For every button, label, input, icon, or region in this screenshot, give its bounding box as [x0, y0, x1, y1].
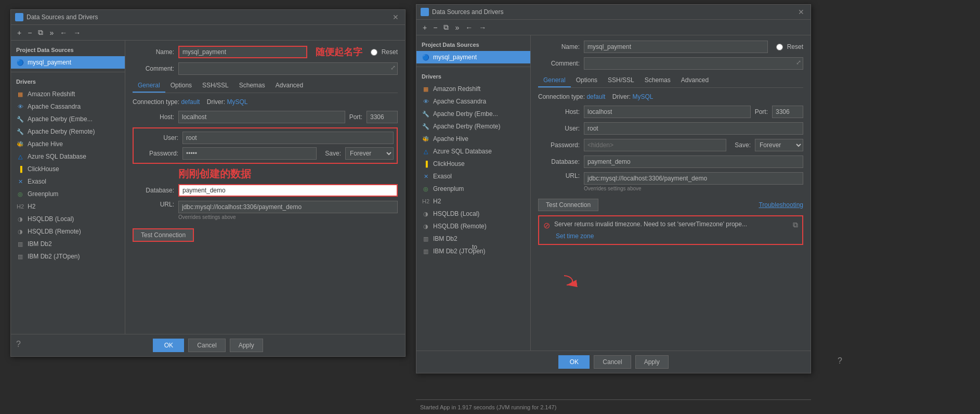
- left-port-input[interactable]: [367, 111, 398, 123]
- left-driver-greenplum[interactable]: ◎ Greenplum: [11, 188, 125, 200]
- right-troubleshooting-link[interactable]: Troubleshooting: [759, 201, 803, 209]
- right-driver-derby-rem[interactable]: 🔧 Apache Derby (Remote): [416, 120, 530, 133]
- right-tab-general[interactable]: General: [538, 74, 571, 87]
- right-driver-greenplum[interactable]: ◎ Greenplum: [416, 183, 530, 195]
- left-driver-derby-rem[interactable]: 🔧 Apache Derby (Remote): [11, 125, 125, 138]
- right-driver-ibm-db2[interactable]: ▥ IBM Db2: [416, 232, 530, 245]
- left-forward-btn[interactable]: →: [71, 28, 83, 38]
- right-add-btn[interactable]: +: [421, 22, 429, 33]
- right-host-input[interactable]: [584, 106, 751, 118]
- right-port-input[interactable]: [772, 106, 803, 118]
- left-back-btn[interactable]: ←: [58, 28, 69, 38]
- left-driver-hsqldb-local[interactable]: ◑ HSQLDB (Local): [11, 213, 125, 225]
- left-url-input[interactable]: [178, 201, 398, 213]
- right-conn-type-value[interactable]: default: [586, 93, 605, 100]
- right-driver-hive[interactable]: 🐝 Apache Hive: [416, 133, 530, 145]
- right-footer: ? OK Cancel Apply: [416, 351, 811, 373]
- right-reset-btn[interactable]: Reset: [787, 43, 803, 50]
- right-ok-btn[interactable]: OK: [558, 355, 590, 369]
- left-name-radio[interactable]: [371, 49, 377, 56]
- right-derby-rem-icon: 🔧: [422, 122, 430, 131]
- right-driver-hsqldb-remote[interactable]: ◑ HSQLDB (Remote): [416, 220, 530, 232]
- right-save-select[interactable]: Forever For session Never: [755, 139, 803, 151]
- left-tab-advanced[interactable]: Advanced: [270, 79, 308, 93]
- left-driver-clickhouse[interactable]: ▐ ClickHouse: [11, 163, 125, 175]
- right-more-btn[interactable]: »: [453, 22, 461, 33]
- right-cancel-btn[interactable]: Cancel: [594, 355, 631, 369]
- left-driver-derby-emb[interactable]: 🔧 Apache Derby (Embe...: [11, 113, 125, 125]
- left-copy-btn[interactable]: ⧉: [36, 27, 45, 38]
- right-driver-azure[interactable]: △ Azure SQL Database: [416, 145, 530, 158]
- right-help-icon[interactable]: ?: [838, 356, 842, 366]
- right-forward-btn[interactable]: →: [477, 22, 488, 33]
- left-remove-btn[interactable]: −: [25, 28, 34, 38]
- right-error-icon: ⊘: [543, 221, 550, 230]
- left-driver-value[interactable]: MySQL: [227, 98, 247, 106]
- left-active-source[interactable]: 🔵 mysql_payment: [11, 56, 125, 69]
- right-dialog-close[interactable]: ✕: [796, 8, 806, 16]
- right-driver-cassandra[interactable]: 👁 Apache Cassandra: [416, 95, 530, 108]
- right-copy-error-icon[interactable]: ⧉: [793, 221, 798, 229]
- right-tab-schemas[interactable]: Schemas: [639, 74, 676, 87]
- left-password-input[interactable]: [182, 147, 317, 160]
- right-driver-ibm-db2-jtopen[interactable]: ▥ IBM Db2 (JTOpen): [416, 245, 530, 257]
- left-save-select[interactable]: Forever For session Never: [345, 147, 394, 160]
- right-hive-icon: 🐝: [422, 135, 430, 143]
- right-driver-exasol[interactable]: ✕ Exasol: [416, 170, 530, 183]
- left-conn-type-value[interactable]: default: [181, 98, 200, 106]
- left-comment-input[interactable]: [178, 62, 398, 75]
- right-comment-expand[interactable]: ⤢: [796, 59, 801, 66]
- left-dialog-close[interactable]: ✕: [390, 13, 401, 21]
- left-help-icon[interactable]: ?: [16, 340, 21, 349]
- left-tab-schemas[interactable]: Schemas: [234, 79, 270, 93]
- left-driver-hsqldb-remote[interactable]: ◑ HSQLDB (Remote): [11, 225, 125, 238]
- right-active-source[interactable]: 🔵 mysql_payment: [416, 51, 530, 63]
- right-driver-derby-emb[interactable]: 🔧 Apache Derby (Embe...: [416, 108, 530, 120]
- left-add-btn[interactable]: +: [15, 28, 23, 38]
- left-comment-expand[interactable]: ⤢: [390, 64, 396, 71]
- right-test-connection-btn[interactable]: Test Connection: [538, 199, 598, 211]
- left-driver-h2[interactable]: H2 H2: [11, 200, 125, 213]
- right-comment-input[interactable]: [584, 57, 803, 70]
- right-user-input[interactable]: [584, 122, 803, 135]
- left-driver-hive[interactable]: 🐝 Apache Hive: [11, 138, 125, 150]
- left-name-input[interactable]: [178, 46, 307, 58]
- right-apply-btn[interactable]: Apply: [635, 355, 669, 369]
- left-reset-btn[interactable]: Reset: [382, 48, 398, 56]
- left-db-annotation: 刚刚创建的数据: [178, 167, 251, 181]
- left-tab-ssh[interactable]: SSH/SSL: [197, 79, 234, 93]
- left-driver-ibm-db2[interactable]: ▥ IBM Db2: [11, 238, 125, 250]
- right-name-input[interactable]: [584, 41, 768, 53]
- left-tab-general[interactable]: General: [133, 79, 165, 93]
- right-database-input[interactable]: [584, 156, 803, 168]
- right-driver-h2[interactable]: H2 H2: [416, 195, 530, 208]
- left-cancel-btn[interactable]: Cancel: [188, 339, 225, 352]
- left-driver-ibm-db2-jtopen[interactable]: ▥ IBM Db2 (JTOpen): [11, 250, 125, 263]
- right-driver-clickhouse[interactable]: ▐ ClickHouse: [416, 158, 530, 170]
- right-driver-hsqldb-local[interactable]: ◑ HSQLDB (Local): [416, 208, 530, 220]
- right-name-radio[interactable]: [776, 44, 783, 50]
- left-driver-exasol[interactable]: ✕ Exasol: [11, 175, 125, 188]
- left-more-btn[interactable]: »: [47, 28, 56, 38]
- left-host-input[interactable]: [178, 111, 345, 123]
- right-remove-btn[interactable]: −: [431, 22, 439, 33]
- left-driver-azure[interactable]: △ Azure SQL Database: [11, 150, 125, 163]
- right-tab-advanced[interactable]: Advanced: [676, 74, 714, 87]
- right-password-input[interactable]: [584, 139, 726, 151]
- right-driver-redshift[interactable]: ▦ Amazon Redshift: [416, 83, 530, 95]
- left-apply-btn[interactable]: Apply: [230, 339, 263, 352]
- left-tab-options[interactable]: Options: [165, 79, 197, 93]
- right-driver-value[interactable]: MySQL: [632, 93, 653, 100]
- left-driver-cassandra[interactable]: 👁 Apache Cassandra: [11, 100, 125, 113]
- left-database-input[interactable]: [178, 184, 398, 197]
- right-url-input[interactable]: [584, 172, 803, 185]
- right-back-btn[interactable]: ←: [463, 22, 475, 33]
- right-set-timezone-link[interactable]: Set time zone: [556, 232, 798, 240]
- left-driver-redshift[interactable]: ▦ Amazon Redshift: [11, 88, 125, 100]
- left-test-connection-btn[interactable]: Test Connection: [133, 228, 194, 242]
- left-user-input[interactable]: [182, 132, 394, 144]
- right-copy-btn[interactable]: ⧉: [441, 22, 451, 33]
- right-tab-ssh[interactable]: SSH/SSL: [603, 74, 639, 87]
- left-ok-btn[interactable]: OK: [153, 339, 184, 352]
- right-tab-options[interactable]: Options: [571, 74, 603, 87]
